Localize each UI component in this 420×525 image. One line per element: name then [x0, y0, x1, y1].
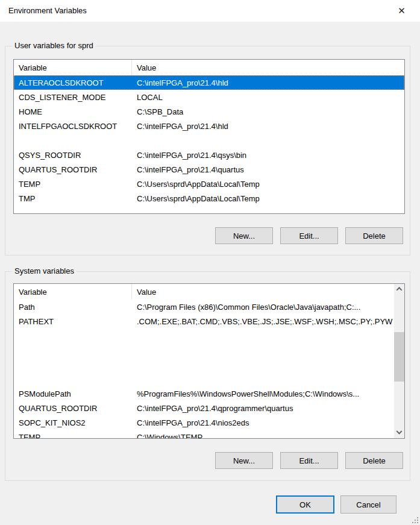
variable-name: TEMP — [14, 433, 132, 439]
cancel-button[interactable]: Cancel — [340, 495, 396, 514]
user-delete-button[interactable]: Delete — [345, 227, 403, 244]
close-icon[interactable]: ✕ — [388, 0, 415, 22]
user-table-header: Variable Value — [14, 60, 404, 75]
column-header-value[interactable]: Value — [132, 60, 404, 75]
vertical-scrollbar[interactable] — [394, 284, 404, 438]
table-row[interactable]: PathC:\Program Files (x86)\Common Files\… — [14, 300, 394, 314]
variable-name: PSModulePath — [14, 389, 132, 398]
variable-name: HOME — [14, 107, 132, 116]
variable-value: C:\intelFPGA_pro\21.4\qsys\bin — [132, 151, 404, 160]
variable-value: C:\intelFPGA_pro\21.4\hld — [132, 78, 404, 87]
variable-value: C:\Program Files (x86)\Common Files\Orac… — [132, 303, 394, 312]
system-table-header: Variable Value — [14, 284, 394, 300]
table-row[interactable] — [14, 329, 394, 343]
table-row[interactable]: TEMPC:\Users\sprd\AppData\Local\Temp — [14, 177, 404, 191]
variable-value: LOCAL — [132, 93, 404, 102]
table-row[interactable]: PATHEXT.COM;.EXE;.BAT;.CMD;.VBS;.VBE;.JS… — [14, 314, 394, 329]
table-row[interactable]: QUARTUS_ROOTDIRC:\intelFPGA_pro\21.4\qpr… — [14, 401, 394, 415]
variable-value: C:\intelFPGA_pro\21.4\hld — [132, 122, 404, 131]
system-variables-table: Variable Value PathC:\Program Files (x86… — [13, 283, 405, 439]
table-row[interactable]: QSYS_ROOTDIRC:\intelFPGA_pro\21.4\qsys\b… — [14, 148, 404, 162]
title-bar: Environment Variables ✕ — [0, 0, 420, 22]
variable-value: C:\intelFPGA_pro\21.4\quartus — [132, 165, 404, 174]
variable-name: TMP — [14, 194, 132, 203]
column-header-variable[interactable]: Variable — [14, 60, 132, 75]
system-new-button[interactable]: New... — [215, 452, 273, 469]
table-row[interactable]: SOPC_KIT_NIOS2C:\intelFPGA_pro\21.4\nios… — [14, 415, 394, 430]
table-row[interactable]: HOMEC:\SPB_Data — [14, 104, 404, 119]
variable-name: CDS_LISTENER_MODE — [14, 93, 132, 102]
table-row[interactable]: ALTERAOCLSDKROOTC:\intelFPGA_pro\21.4\hl… — [14, 75, 404, 90]
table-row[interactable] — [14, 133, 404, 148]
variable-value: C:\Users\sprd\AppData\Local\Temp — [132, 180, 404, 189]
user-variables-table: Variable Value ALTERAOCLSDKROOTC:\intelF… — [13, 59, 405, 214]
scroll-down-icon[interactable] — [394, 428, 404, 438]
variable-value: C:\intelFPGA_pro\21.4\nios2eds — [132, 418, 394, 427]
user-edit-button[interactable]: Edit... — [280, 227, 338, 244]
table-row[interactable]: INTELFPGAOCLSDKROOTC:\intelFPGA_pro\21.4… — [14, 119, 404, 133]
scroll-up-icon[interactable] — [394, 284, 404, 294]
variable-value: C:\intelFPGA_pro\21.4\qprogrammer\quartu… — [132, 404, 394, 413]
table-row[interactable]: TEMPC:\Windows\TEMP — [14, 430, 394, 439]
system-variables-group-title: System variables — [12, 266, 77, 276]
variable-name: QUARTUS_ROOTDIR — [14, 404, 132, 413]
variable-value: .COM;.EXE;.BAT;.CMD;.VBS;.VBE;.JS;.JSE;.… — [132, 317, 394, 326]
variable-name: QSYS_ROOTDIR — [14, 151, 132, 160]
user-variables-group-title: User variables for sprd — [12, 41, 96, 51]
system-delete-button[interactable]: Delete — [345, 452, 403, 469]
window-title: Environment Variables — [8, 0, 87, 22]
column-header-variable[interactable]: Variable — [14, 284, 132, 300]
table-row[interactable]: TMPC:\Users\sprd\AppData\Local\Temp — [14, 191, 404, 206]
ok-button[interactable]: OK — [276, 495, 334, 514]
table-row[interactable]: QUARTUS_ROOTDIRC:\intelFPGA_pro\21.4\qua… — [14, 162, 404, 177]
column-header-value[interactable]: Value — [132, 284, 394, 300]
table-row[interactable]: CDS_LISTENER_MODELOCAL — [14, 90, 404, 104]
variable-value: C:\Windows\TEMP — [132, 433, 394, 439]
variable-name: ALTERAOCLSDKROOT — [14, 78, 132, 87]
system-edit-button[interactable]: Edit... — [280, 452, 338, 469]
variable-name: QUARTUS_ROOTDIR — [14, 165, 132, 174]
variable-name: TEMP — [14, 180, 132, 189]
variable-name: PATHEXT — [14, 317, 132, 326]
resize-grip-icon[interactable] — [411, 516, 419, 524]
variable-value: %ProgramFiles%\WindowsPowerShell\Modules… — [132, 389, 394, 398]
table-row[interactable] — [14, 343, 394, 357]
table-row[interactable] — [14, 357, 394, 372]
user-new-button[interactable]: New... — [215, 227, 273, 244]
table-row[interactable]: PSModulePath%ProgramFiles%\WindowsPowerS… — [14, 386, 394, 401]
variable-name: Path — [14, 303, 132, 312]
variable-name: SOPC_KIT_NIOS2 — [14, 418, 132, 427]
variable-name: INTELFPGAOCLSDKROOT — [14, 122, 132, 131]
table-row[interactable] — [14, 372, 394, 386]
environment-variables-dialog: { "window": { "title": "Environment Vari… — [0, 0, 420, 525]
variable-value: C:\SPB_Data — [132, 107, 404, 116]
scrollbar-thumb[interactable] — [394, 332, 404, 382]
variable-value: C:\Users\sprd\AppData\Local\Temp — [132, 194, 404, 203]
